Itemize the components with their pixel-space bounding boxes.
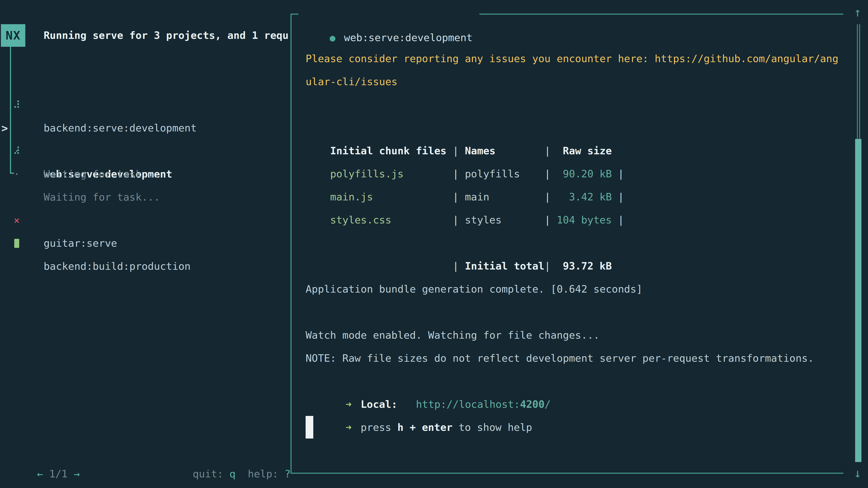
raw-size-note: NOTE: Raw file sizes do not reflect deve… — [306, 347, 814, 370]
scroll-up-arrow[interactable]: ↑ — [852, 3, 864, 22]
help-label: help: — [248, 468, 285, 480]
running-bullet-icon: ● — [330, 32, 335, 43]
scrollbar-thumb[interactable] — [855, 139, 862, 462]
output-panel-title-text: web:serve:development — [344, 32, 473, 43]
chunk-table-header-row: Initial chunk files|Names|Raw size — [306, 116, 612, 139]
task-item-web-serve-selected[interactable]: > ⠼ web:serve:development — [0, 94, 289, 117]
column-separator: | — [618, 214, 624, 226]
column-separator: | — [544, 260, 550, 272]
help-key: ? — [285, 468, 291, 480]
nx-logo-badge: NX — [1, 24, 25, 47]
task-item-waiting-2[interactable]: · Waiting for task... — [0, 140, 289, 163]
column-separator: | — [453, 260, 459, 272]
terminal-cursor — [306, 416, 313, 438]
chunk-table-row-polyfills: polyfills.js|polyfills|90.20 kB| — [306, 139, 624, 162]
page-prev-arrow[interactable]: ← — [37, 468, 43, 480]
task-label: backend:build:production — [43, 255, 191, 278]
pending-dot-icon: · — [11, 163, 22, 186]
task-item-waiting-1[interactable]: · Waiting for task... — [0, 117, 289, 140]
chunk-size: 104 bytes — [557, 208, 612, 232]
quit-label: quit: — [193, 468, 229, 480]
issue-report-notice-line2: ular-cli/issues — [306, 70, 397, 93]
task-item-backend-serve[interactable]: ⠼ backend:serve:development — [0, 70, 289, 94]
chunk-table-row-styles: styles.css|styles|104 bytes| — [306, 186, 624, 208]
press-prefix: press — [361, 421, 397, 433]
chunk-table-row-main: main.js|main|3.42 kB| — [306, 162, 624, 186]
nx-terminal-ui: NX Running serve for 3 projects, and 1 r… — [0, 0, 868, 488]
task-label: guitar:serve — [43, 232, 117, 255]
watch-mode-message: Watch mode enabled. Watching for file ch… — [306, 324, 599, 347]
run-summary-title: Running serve for 3 projects, and 1 requ — [43, 24, 289, 47]
keyboard-shortcuts: quit: q help: ? — [168, 440, 291, 462]
issue-report-notice-line1: Please consider reporting any issues you… — [306, 47, 838, 70]
task-label: Waiting for task... — [43, 163, 160, 186]
help-hint-line: ➜press h + enter to show help — [306, 393, 532, 416]
chunk-table-total-row: |Initial total|93.72 kB — [306, 232, 612, 255]
local-server-line: ➜Local:http://localhost:4200/ — [306, 370, 551, 393]
success-square-icon — [11, 232, 22, 255]
column-separator: | — [453, 214, 459, 226]
page-next-arrow[interactable]: → — [74, 468, 80, 480]
task-item-guitar-serve[interactable]: ✕ guitar:serve — [0, 186, 289, 209]
shortcut-separator — [236, 468, 248, 480]
scroll-down-arrow[interactable]: ↓ — [852, 464, 864, 482]
column-separator: | — [544, 214, 550, 226]
chunk-file: styles.css — [330, 208, 453, 232]
quit-key: q — [229, 468, 236, 480]
page-indicator: 1/1 — [43, 468, 73, 480]
bundle-complete-message: Application bundle generation complete. … — [306, 278, 643, 301]
task-item-backend-build[interactable]: backend:build:production — [0, 209, 289, 232]
pagination: ← 1/1 → — [12, 440, 80, 462]
output-panel-title: ●web:serve:development — [298, 3, 479, 26]
local-url-slash: / — [545, 398, 551, 410]
prompt-arrow-icon: ➜ — [345, 421, 351, 433]
press-keys: h + enter — [397, 421, 453, 433]
press-suffix: to show help — [453, 421, 532, 433]
initial-total-label: Initial total — [465, 255, 544, 278]
output-panel-left-border — [290, 13, 291, 474]
output-panel-bottom-border — [290, 473, 843, 474]
scrollbar-track-line-left[interactable] — [857, 24, 858, 139]
initial-total-size: 93.72 kB — [557, 255, 612, 278]
scrollbar-track-line-right[interactable] — [859, 24, 860, 139]
chunk-name: styles — [465, 208, 544, 232]
